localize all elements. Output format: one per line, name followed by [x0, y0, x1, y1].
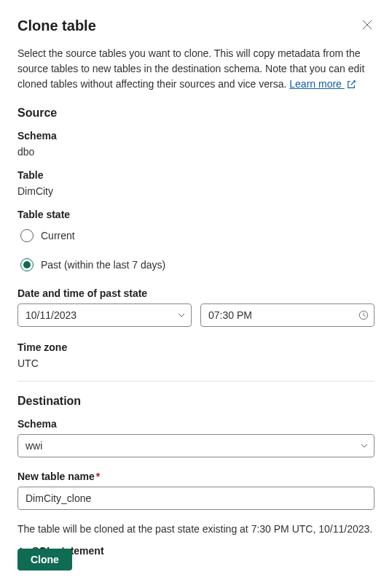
- close-icon: [362, 20, 372, 30]
- required-indicator: *: [96, 471, 100, 482]
- clone-button[interactable]: Clone: [17, 549, 72, 570]
- external-link-icon: [346, 80, 356, 90]
- radio-icon: [20, 258, 34, 271]
- datetime-label: Date and time of past state: [17, 287, 375, 299]
- destination-schema-select[interactable]: [17, 434, 375, 457]
- divider: [17, 381, 375, 382]
- dialog-description: Select the source tables you want to clo…: [17, 46, 375, 92]
- learn-more-link[interactable]: Learn more: [289, 78, 344, 90]
- radio-current-label: Current: [41, 230, 75, 241]
- destination-heading: Destination: [17, 395, 375, 408]
- radio-current[interactable]: Current: [17, 225, 375, 247]
- source-schema-label: Schema: [17, 130, 375, 142]
- table-state-radio-group: Current Past (within the last 7 days): [17, 225, 375, 276]
- time-input[interactable]: [200, 303, 375, 327]
- source-heading: Source: [17, 107, 375, 120]
- timezone-label: Time zone: [17, 341, 375, 353]
- dialog-title: Clone table: [17, 18, 96, 34]
- clone-state-note: The table will be cloned at the past sta…: [17, 523, 375, 535]
- radio-icon: [20, 229, 34, 242]
- source-table-value: DimCity: [17, 185, 375, 197]
- close-button[interactable]: [360, 18, 375, 32]
- new-table-name-input[interactable]: [17, 487, 375, 510]
- source-schema-value: dbo: [17, 146, 375, 158]
- destination-schema-label: Schema: [17, 418, 375, 430]
- radio-past[interactable]: Past (within the last 7 days): [17, 254, 375, 276]
- source-table-label: Table: [17, 169, 375, 181]
- new-table-name-label: New table name*: [17, 471, 375, 482]
- date-input[interactable]: [17, 303, 192, 327]
- table-state-label: Table state: [17, 209, 375, 220]
- timezone-value: UTC: [17, 357, 375, 369]
- radio-past-label: Past (within the last 7 days): [41, 259, 165, 271]
